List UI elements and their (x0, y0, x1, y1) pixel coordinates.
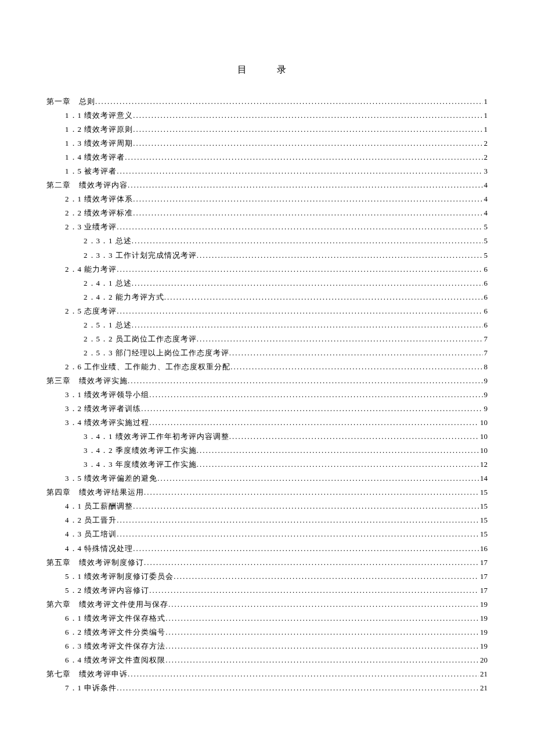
toc-entry: 2．5．2 员工岗位工作态度考评7 (46, 332, 488, 346)
toc-leader-dots (117, 527, 479, 541)
toc-entry-page: 9 (483, 402, 488, 416)
toc-entry: 2．3．1 总述5 (46, 234, 488, 248)
toc-entry: 2．2 绩效考评标准4 (46, 206, 488, 220)
toc-list: 第一章 总则11．1 绩效考评意义11．2 绩效考评原则11．3 绩效考评周期2… (46, 95, 488, 695)
toc-leader-dots (141, 402, 482, 416)
toc-entry: 3．4 绩效考评实施过程10 (46, 416, 488, 430)
toc-entry-page: 6 (483, 318, 488, 332)
toc-leader-dots (133, 123, 482, 136)
toc-entry: 4．1 员工薪酬调整15 (46, 499, 488, 513)
toc-entry: 3．4．1 绩效考评工作年初考评内容调整10 (46, 430, 488, 444)
toc-entry: 3．2 绩效考评者训练9 (46, 402, 488, 416)
toc-leader-dots (133, 499, 479, 513)
toc-leader-dots (132, 318, 483, 332)
toc-leader-dots (165, 653, 479, 667)
toc-entry: 第五章 绩效考评制度修订17 (46, 556, 488, 570)
toc-leader-dots (165, 625, 479, 639)
toc-entry-label: 1．1 绩效考评意义 (65, 109, 133, 123)
toc-entry-page: 17 (479, 584, 488, 597)
toc-leader-dots (133, 206, 482, 220)
toc-leader-dots (117, 164, 482, 178)
toc-entry: 2．4．1 总述6 (46, 276, 488, 290)
toc-entry-page: 4 (483, 192, 488, 206)
toc-entry-label: 2．3．3 工作计划完成情况考评 (84, 249, 197, 262)
toc-leader-dots (95, 95, 483, 109)
toc-leader-dots (128, 667, 479, 681)
toc-leader-dots (132, 276, 483, 290)
toc-leader-dots (128, 374, 483, 388)
toc-entry: 第七章 绩效考评申诉21 (46, 667, 488, 681)
toc-entry-page: 21 (479, 667, 488, 681)
toc-entry-page: 2 (483, 150, 488, 164)
toc-entry: 第四章 绩效考评结果运用15 (46, 485, 488, 499)
toc-entry-label: 1．5 被考评者 (65, 164, 117, 178)
toc-entry-label: 1．4 绩效考评者 (65, 150, 125, 164)
toc-entry-label: 第一章 总则 (46, 95, 95, 109)
toc-entry-label: 第七章 绩效考评申诉 (46, 667, 128, 681)
toc-entry: 6．4 绩效考评文件查阅权限20 (46, 653, 488, 667)
toc-entry-page: 21 (479, 681, 488, 695)
toc-leader-dots (197, 458, 479, 471)
toc-title: 目 录 (46, 64, 488, 76)
toc-entry-label: 4．2 员工晋升 (65, 513, 117, 527)
toc-entry-page: 6 (483, 304, 488, 318)
toc-entry-label: 4．4 特殊情况处理 (65, 542, 133, 556)
toc-entry-label: 5．1 绩效考评制度修订委员会 (65, 570, 174, 584)
toc-entry: 第一章 总则1 (46, 95, 488, 109)
toc-entry: 3．4．3 年度绩效考评工作实施12 (46, 458, 488, 471)
toc-leader-dots (117, 681, 479, 695)
toc-entry-label: 6．4 绩效考评文件查阅权限 (65, 653, 165, 667)
toc-entry-page: 4 (483, 206, 488, 220)
toc-entry-page: 5 (483, 249, 488, 262)
toc-entry: 4．2 员工晋升15 (46, 513, 488, 527)
toc-leader-dots (197, 332, 483, 346)
toc-entry-page: 15 (479, 499, 488, 513)
toc-entry-page: 5 (483, 220, 488, 234)
toc-entry-page: 20 (479, 653, 488, 667)
toc-entry: 第三章 绩效考评实施9 (46, 374, 488, 388)
toc-entry-page: 17 (479, 556, 488, 570)
toc-entry-label: 3．4．2 季度绩效考评工作实施 (84, 444, 197, 458)
toc-entry-page: 6 (483, 290, 488, 304)
toc-leader-dots (117, 513, 479, 527)
toc-entry-page: 6 (483, 276, 488, 290)
toc-entry: 3．4．2 季度绩效考评工作实施10 (46, 444, 488, 458)
toc-leader-dots (133, 136, 482, 150)
toc-entry-label: 4．1 员工薪酬调整 (65, 499, 133, 513)
toc-leader-dots (174, 570, 479, 584)
toc-entry-label: 4．3 员工培训 (65, 527, 117, 541)
toc-entry-page: 2 (483, 136, 488, 150)
toc-leader-dots (164, 290, 483, 304)
toc-leader-dots (229, 430, 479, 444)
toc-entry: 4．3 员工培训15 (46, 527, 488, 541)
toc-leader-dots (197, 444, 479, 458)
toc-entry-label: 第二章 绩效考评内容 (46, 178, 128, 192)
toc-entry-page: 10 (479, 444, 488, 458)
toc-leader-dots (230, 360, 482, 374)
toc-entry-label: 第四章 绩效考评结果运用 (46, 485, 144, 499)
toc-entry-page: 10 (479, 430, 488, 444)
toc-leader-dots (197, 249, 483, 262)
toc-entry-label: 3．2 绩效考评者训练 (65, 402, 141, 416)
toc-entry: 3．5 绩效考评偏差的避免14 (46, 471, 488, 485)
toc-entry: 2．6 工作业绩、工作能力、工作态度权重分配8 (46, 360, 488, 374)
document-page: 目 录 第一章 总则11．1 绩效考评意义11．2 绩效考评原则11．3 绩效考… (0, 0, 534, 730)
toc-entry-page: 7 (483, 346, 488, 360)
toc-entry-label: 2．5 态度考评 (65, 304, 117, 318)
toc-entry: 第二章 绩效考评内容4 (46, 178, 488, 192)
toc-entry: 2．5．1 总述6 (46, 318, 488, 332)
toc-entry-page: 12 (479, 458, 488, 471)
toc-entry: 1．4 绩效考评者2 (46, 150, 488, 164)
toc-entry-label: 6．2 绩效考评文件分类编号 (65, 625, 165, 639)
toc-entry: 4．4 特殊情况处理16 (46, 542, 488, 556)
toc-leader-dots (117, 220, 482, 234)
toc-entry-page: 15 (479, 527, 488, 541)
toc-entry: 6．3 绩效考评文件保存方法19 (46, 639, 488, 653)
toc-entry-page: 9 (483, 374, 488, 388)
toc-entry-label: 第五章 绩效考评制度修订 (46, 556, 144, 570)
toc-leader-dots (133, 109, 482, 123)
toc-leader-dots (165, 611, 479, 625)
toc-entry-page: 15 (479, 513, 488, 527)
toc-entry: 3．1 绩效考评领导小组9 (46, 388, 488, 402)
toc-entry-label: 1．2 绩效考评原则 (65, 123, 133, 136)
